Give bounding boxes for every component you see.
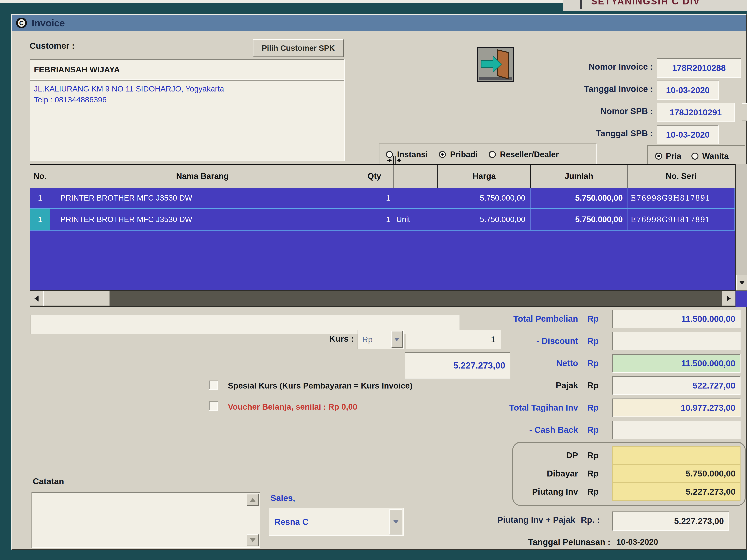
sales-dropdown[interactable]: Resna C [268, 508, 404, 536]
exit-button[interactable] [477, 47, 514, 82]
notes-scroll-down-button[interactable] [247, 534, 259, 546]
kurs-currency-dropdown[interactable]: Rp [358, 330, 404, 349]
customer-address-field[interactable]: JL.KALIURANG KM 9 NO 11 SIDOHARJO, Yogya… [30, 80, 344, 161]
piutang-inv-field[interactable]: 5.227.273,00 [612, 483, 741, 501]
cash-back-currency: Rp [587, 425, 599, 435]
dp-currency: Rp [587, 450, 599, 460]
catatan-textarea[interactable] [31, 492, 260, 548]
netto-label: Netto [411, 358, 578, 368]
header-no[interactable]: No. [30, 165, 50, 188]
tanggal-pelunasan-value: 10-03-2020 [616, 537, 658, 547]
header-nama-barang[interactable]: Nama Barang [50, 165, 355, 188]
spesial-kurs-checkbox[interactable] [209, 380, 218, 390]
nomor-invoice-label: Nomor Invoice : [549, 62, 653, 72]
table-vertical-scrollbar[interactable] [736, 164, 747, 291]
voucher-label: Voucher Belanja, senilai : Rp 0,00 [228, 402, 357, 411]
piutang-pajak-label: Piutang Inv + Pajak [409, 515, 575, 525]
cell-harga[interactable]: 5.750.000,00 [438, 209, 531, 230]
cell-unit[interactable]: Unit [394, 209, 438, 230]
discount-label: - Discount [411, 336, 578, 346]
header-harga[interactable]: Harga [438, 165, 531, 188]
tanggal-invoice-label: Tanggal Invoice : [549, 84, 653, 94]
window-divider-bar [580, 0, 582, 9]
chevron-down-icon [393, 520, 399, 524]
cash-back-field[interactable] [612, 421, 741, 439]
table-row[interactable]: 1 PRINTER BROTHER MFC J3530 DW 1 5.750.0… [30, 188, 735, 209]
scroll-left-button[interactable] [30, 291, 43, 306]
reseller-radio[interactable] [489, 151, 496, 158]
cell-nama[interactable]: PRINTER BROTHER MFC J3530 DW [50, 209, 355, 230]
cell-jumlah[interactable]: 5.750.000,00 [531, 188, 627, 208]
pilih-customer-spk-button[interactable]: Pilih Customer SPK [253, 39, 344, 57]
customer-type-radio-group: Instansi Pribadi Reseller/Dealer [379, 143, 597, 165]
background-window-title-text: SETYANINGSIH C DIV [591, 0, 700, 7]
table-horizontal-scrollbar[interactable] [30, 291, 736, 307]
tanggal-invoice-field[interactable]: 10-03-2020 [657, 81, 719, 100]
wanita-radio[interactable] [691, 153, 698, 160]
spesial-kurs-label: Spesial Kurs (Kurs Pembayaran = Kurs Inv… [228, 381, 413, 390]
invoice-window: C Invoice Customer : Pilih Customer SPK … [11, 14, 747, 550]
notes-scroll-up-button[interactable] [247, 494, 259, 506]
scroll-down-button[interactable] [736, 275, 747, 291]
tanggal-spb-label: Tanggal SPB : [549, 128, 653, 138]
tanggal-pelunasan-label: Tanggal Pelunasan : [444, 537, 611, 547]
voucher-checkbox[interactable] [209, 401, 218, 411]
pribadi-radio[interactable] [439, 151, 446, 158]
gender-radio-group: Pria Wanita [647, 145, 745, 167]
cell-qty[interactable]: 1 [355, 188, 394, 208]
sales-dropdown-value: Resna C [274, 517, 308, 527]
cell-qty[interactable]: 1 [355, 209, 394, 230]
scrollbar-thumb[interactable] [43, 291, 110, 306]
nomor-spb-lookup-button[interactable] [742, 103, 747, 121]
pria-radio[interactable] [655, 153, 662, 160]
piutang-inv-currency: Rp [587, 487, 599, 497]
customer-name-field[interactable]: FEBRIANSAH WIJAYA [30, 59, 344, 80]
cell-unit[interactable] [394, 188, 438, 208]
cell-seri[interactable]: E76998G9H817891 [627, 188, 735, 208]
cell-seri[interactable]: E76998G9H817891 [627, 209, 735, 230]
arrow-up-icon [250, 498, 256, 502]
title-bar[interactable]: C Invoice [12, 15, 746, 31]
dp-field[interactable] [612, 446, 741, 464]
customer-address-line2: Telp : 081344886396 [34, 95, 340, 105]
header-jumlah[interactable]: Jumlah [531, 165, 627, 188]
wanita-label: Wanita [702, 152, 729, 161]
total-pembelian-label: Total Pembelian [411, 314, 578, 324]
sales-dropdown-button[interactable] [389, 509, 403, 534]
radio-option-pribadi[interactable]: Pribadi [439, 150, 478, 159]
table-row[interactable]: 1 PRINTER BROTHER MFC J3530 DW 1 Unit 5.… [30, 209, 735, 231]
scroll-right-button[interactable] [722, 291, 736, 306]
kurs-dropdown-button[interactable] [391, 331, 403, 348]
header-no-seri[interactable]: No. Seri [627, 165, 735, 188]
catatan-label: Catatan [33, 476, 64, 486]
cell-nama[interactable]: PRINTER BROTHER MFC J3530 DW [50, 188, 355, 208]
customer-label: Customer : [30, 41, 75, 51]
nomor-invoice-field[interactable]: 178R2010288 [657, 58, 741, 78]
pajak-field[interactable]: 522.727,00 [612, 376, 741, 395]
header-qty[interactable]: Qty [355, 165, 394, 188]
cell-no[interactable]: 1 [30, 188, 50, 208]
tanggal-spb-field[interactable]: 10-03-2020 [657, 125, 719, 144]
dp-label: DP [467, 450, 578, 460]
cell-harga[interactable]: 5.750.000,00 [438, 188, 531, 208]
chevron-down-icon [394, 338, 400, 341]
piutang-pajak-field[interactable]: 5.227.273,00 [612, 511, 729, 531]
radio-option-pria[interactable]: Pria [655, 152, 681, 161]
kurs-label: Kurs : [308, 334, 354, 344]
grid-body[interactable]: 1 PRINTER BROTHER MFC J3530 DW 1 5.750.0… [30, 188, 736, 291]
dibayar-label: Dibayar [467, 469, 578, 479]
total-pembelian-field[interactable]: 11.500.000,00 [612, 310, 741, 328]
netto-field[interactable]: 11.500.000,00 [612, 354, 741, 373]
scrollbar-corner [736, 291, 747, 307]
dibayar-field[interactable]: 5.750.000,00 [612, 464, 741, 483]
cell-jumlah[interactable]: 5.750.000,00 [531, 209, 627, 230]
cell-no-selected[interactable]: 1 [30, 209, 50, 230]
nomor-spb-field[interactable]: 178J2010291 [657, 103, 735, 122]
total-tagihan-field[interactable]: 10.977.273,00 [612, 399, 741, 417]
arrow-down-icon [250, 538, 256, 542]
header-unit[interactable] [394, 165, 438, 188]
radio-option-wanita[interactable]: Wanita [691, 152, 729, 161]
customer-address-line1: JL.KALIURANG KM 9 NO 11 SIDOHARJO, Yogya… [34, 83, 340, 95]
discount-field[interactable] [612, 332, 741, 350]
radio-option-reseller[interactable]: Reseller/Dealer [489, 150, 559, 159]
